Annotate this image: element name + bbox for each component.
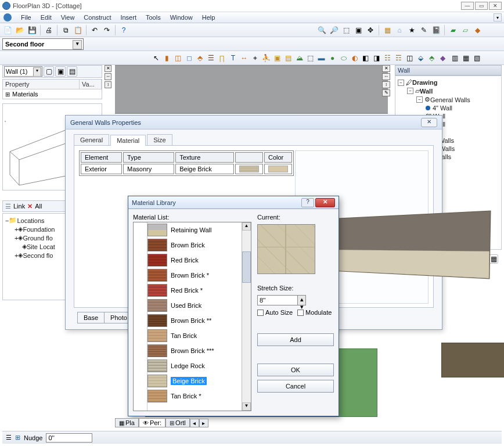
pointer-icon[interactable]: ↖ xyxy=(151,53,161,63)
tool-icon[interactable]: ◫ xyxy=(405,53,415,63)
tool-icon[interactable]: ◧ xyxy=(361,53,370,63)
tree-expand-icon[interactable]: + xyxy=(15,235,18,242)
td-texture[interactable]: Beige Brick xyxy=(175,164,234,174)
copy-icon[interactable]: ⧉ xyxy=(60,25,71,35)
zoom-window-icon[interactable]: ⬚ xyxy=(341,25,351,35)
scroll-thumb[interactable] xyxy=(242,251,251,283)
wall-select[interactable]: Wall (1) xyxy=(4,66,42,77)
tree-node[interactable]: Locations xyxy=(17,217,44,224)
locations-delete-icon[interactable]: ✕ xyxy=(27,203,33,210)
zoom-in-icon[interactable]: 🔍 xyxy=(316,25,327,35)
zoom-out-icon[interactable]: 🔎 xyxy=(329,25,339,35)
prop-col-property[interactable]: Property xyxy=(3,80,80,89)
grid-icon[interactable]: ⊞ xyxy=(15,434,20,441)
wall-tool-icon[interactable]: ▤ xyxy=(67,66,77,77)
tree-node[interactable]: Site Locat xyxy=(27,243,55,250)
material-item[interactable]: Brown Brick * xyxy=(147,268,242,283)
tab-size[interactable]: Size xyxy=(147,134,172,145)
tool-icon[interactable]: ⌂ xyxy=(394,25,405,35)
tool-icon[interactable]: ▱ xyxy=(460,25,470,35)
snap-icon[interactable]: ☰ xyxy=(6,434,12,441)
menu-edit[interactable]: Edit xyxy=(36,14,56,21)
tree-expand-icon[interactable]: + xyxy=(15,252,18,259)
tool-icon[interactable]: ▦ xyxy=(461,53,471,63)
tree-node[interactable]: General Walls xyxy=(430,96,470,103)
td-type[interactable]: Masonry xyxy=(123,164,174,174)
tool-icon[interactable]: ▧ xyxy=(472,53,482,63)
locations-all[interactable]: All xyxy=(35,203,42,210)
dim-icon[interactable]: ↔ xyxy=(239,53,249,63)
tool-icon[interactable]: 📓 xyxy=(431,25,441,35)
gate-icon[interactable]: ☶ xyxy=(394,53,404,63)
person-icon[interactable]: ⛹ xyxy=(261,53,271,63)
stretch-size-input[interactable] xyxy=(257,295,298,305)
redo-icon[interactable]: ↷ xyxy=(102,25,112,35)
paste-icon[interactable]: 📋 xyxy=(73,25,83,35)
th-type[interactable]: Type xyxy=(123,152,174,163)
zoom-extents-icon[interactable]: ▣ xyxy=(353,25,363,35)
dock-close-icon[interactable]: ✕ xyxy=(105,65,111,72)
camera-icon[interactable]: ⌖ xyxy=(250,53,260,63)
tool-icon[interactable]: ⬭ xyxy=(339,53,348,63)
tool-icon[interactable]: ★ xyxy=(406,25,417,35)
window-icon[interactable]: ◻ xyxy=(184,53,194,63)
preview-3d-peek[interactable] xyxy=(441,343,504,377)
tool-icon[interactable]: ⬘ xyxy=(427,53,437,63)
menu-construct[interactable]: Construct xyxy=(79,14,116,21)
cancel-button[interactable]: Cancel xyxy=(257,380,334,393)
tool-icon[interactable]: ◆ xyxy=(472,25,483,35)
column-icon[interactable]: ∏ xyxy=(217,53,227,63)
modulate-checkbox[interactable]: Modulate xyxy=(297,309,332,316)
material-item[interactable]: Brown Brick *** xyxy=(147,343,242,358)
dialog-help-button[interactable]: ? xyxy=(301,198,314,207)
material-item[interactable]: Brown Brick xyxy=(147,238,242,253)
tree-collapse-icon[interactable]: − xyxy=(407,88,413,94)
text-icon[interactable]: T xyxy=(228,53,238,63)
tree-expand-icon[interactable]: + xyxy=(15,226,18,233)
prop-col-value[interactable]: Va... xyxy=(80,80,102,89)
undo-icon[interactable]: ↶ xyxy=(89,25,100,35)
wall-icon[interactable]: ▮ xyxy=(162,53,172,63)
tool-icon[interactable]: ▦ xyxy=(382,25,393,35)
save-icon[interactable]: 💾 xyxy=(27,25,37,35)
minimize-button[interactable]: — xyxy=(461,2,474,10)
material-list-scrollbar[interactable]: ▲ ▼ xyxy=(242,222,251,411)
maximize-button[interactable]: ▭ xyxy=(475,2,488,10)
view-tab-perspective[interactable]: 👁 Per: xyxy=(139,418,165,427)
menu-view[interactable]: View xyxy=(56,14,80,21)
material-item[interactable]: Ledge Rock xyxy=(147,358,242,373)
auto-size-checkbox[interactable]: Auto Size xyxy=(257,309,293,316)
dialog-close-button[interactable]: ✕ xyxy=(315,198,335,207)
tab-general[interactable]: General xyxy=(74,134,109,145)
tool-icon[interactable]: ◆ xyxy=(438,53,448,63)
close-button[interactable]: ✕ xyxy=(489,2,502,10)
material-item-selected[interactable]: Beige Brick xyxy=(147,373,242,389)
tool-icon[interactable]: ● xyxy=(327,53,337,63)
tree-node[interactable]: Ground flo xyxy=(23,235,52,242)
dock-close-icon[interactable]: ✕ xyxy=(382,65,390,72)
view-tab-ortho[interactable]: ⊞ Ortl xyxy=(165,418,190,427)
td-element[interactable]: Exterior xyxy=(81,164,122,174)
material-item[interactable]: Used Brick xyxy=(147,298,242,313)
tool-icon[interactable]: ◨ xyxy=(372,53,381,63)
pan-icon[interactable]: ✥ xyxy=(365,25,376,35)
tree-collapse-icon[interactable]: − xyxy=(398,80,404,86)
box-icon[interactable]: ▣ xyxy=(272,53,282,63)
material-item[interactable]: Brown Brick ** xyxy=(147,313,242,328)
tab-scroll-left-icon[interactable]: ◂ xyxy=(190,419,199,427)
deck-icon[interactable]: ▤ xyxy=(283,53,293,63)
tool-icon[interactable]: ✎ xyxy=(419,25,429,35)
material-table[interactable]: Element Type Texture Color Exterior Maso… xyxy=(79,150,294,176)
dock-arrow-icon[interactable]: ↕ xyxy=(105,81,111,88)
mini-tool-icon[interactable]: ▦ xyxy=(489,254,498,264)
tree-node[interactable]: Drawing xyxy=(412,79,437,86)
dock-arrow-icon[interactable]: ↕ xyxy=(382,81,390,88)
add-button[interactable]: Add xyxy=(257,333,334,346)
material-item[interactable]: Tan Brick xyxy=(147,328,242,343)
tree-node[interactable]: Second flo xyxy=(23,252,53,259)
open-icon[interactable]: 📂 xyxy=(15,25,25,35)
tab-material[interactable]: Material xyxy=(110,135,146,146)
material-item[interactable]: Red Brick * xyxy=(147,283,242,298)
stretch-spinner[interactable]: ▴▾ xyxy=(298,295,306,305)
expand-icon[interactable]: ⊞ xyxy=(5,91,10,98)
